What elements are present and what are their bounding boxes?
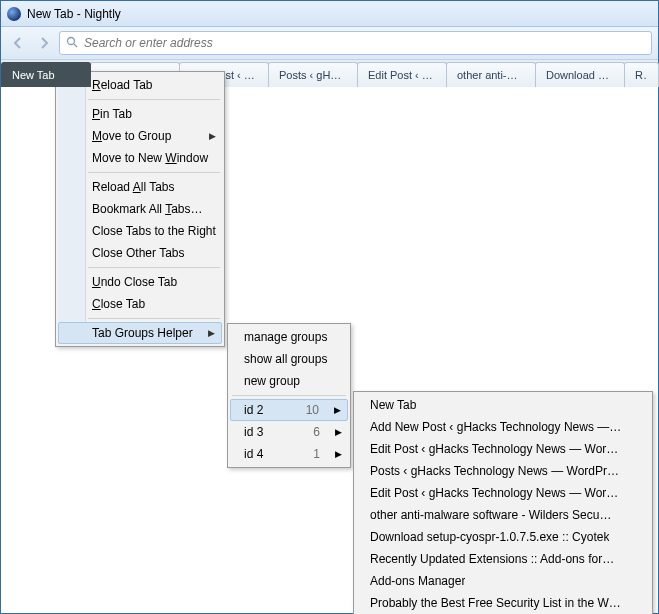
menu-bookmark-all[interactable]: Bookmark All Tabs… xyxy=(58,198,222,220)
menu-close-other[interactable]: Close Other Tabs xyxy=(58,242,222,264)
submenu-group-id4[interactable]: id 41▶ xyxy=(230,443,348,465)
chevron-right-icon: ▶ xyxy=(209,131,216,141)
submenu-group-id2[interactable]: id 210▶ xyxy=(230,399,348,421)
group-tab-item[interactable]: Edit Post ‹ gHacks Technology News — Wor… xyxy=(356,438,650,460)
group-tab-item[interactable]: Add New Post ‹ gHacks Technology News —… xyxy=(356,416,650,438)
search-icon xyxy=(66,36,78,51)
arrow-right-icon xyxy=(37,36,51,50)
nav-toolbar xyxy=(1,27,658,60)
menu-pin-tab[interactable]: Pin Tab xyxy=(58,103,222,125)
helper-submenu: manage groups show all groups new group … xyxy=(227,323,351,468)
menu-undo-close[interactable]: Undo Close Tab xyxy=(58,271,222,293)
menu-separator xyxy=(88,318,220,319)
submenu-group-id3[interactable]: id 36▶ xyxy=(230,421,348,443)
menu-tab-groups-helper[interactable]: Tab Groups Helper▶ xyxy=(58,322,222,344)
group-tabs-submenu: New Tab Add New Post ‹ gHacks Technology… xyxy=(353,391,653,614)
menu-separator xyxy=(88,99,220,100)
menu-close-tab[interactable]: Close Tab xyxy=(58,293,222,315)
svg-point-0 xyxy=(68,37,75,44)
chevron-right-icon: ▶ xyxy=(335,449,342,459)
group-tab-item[interactable]: Recently Updated Extensions :: Add-ons f… xyxy=(356,548,650,570)
tab-context-menu: Reload Tab Pin Tab Move to Group▶ Move t… xyxy=(55,71,225,347)
titlebar: New Tab - Nightly xyxy=(1,1,658,27)
menu-close-right[interactable]: Close Tabs to the Right xyxy=(58,220,222,242)
tab[interactable]: other anti-… xyxy=(446,62,536,87)
tab[interactable]: Re xyxy=(624,62,659,87)
submenu-show-all-groups[interactable]: show all groups xyxy=(230,348,348,370)
submenu-manage-groups[interactable]: manage groups xyxy=(230,326,348,348)
address-input[interactable] xyxy=(84,36,645,50)
group-tab-item[interactable]: Download setup-cyospr-1.0.7.5.exe :: Cyo… xyxy=(356,526,650,548)
submenu-new-group[interactable]: new group xyxy=(230,370,348,392)
tab-new[interactable]: New Tab xyxy=(1,62,91,87)
arrow-left-icon xyxy=(11,36,25,50)
window-title: New Tab - Nightly xyxy=(27,7,121,21)
chevron-right-icon: ▶ xyxy=(334,405,341,415)
group-tab-item[interactable]: Posts ‹ gHacks Technology News — WordPr… xyxy=(356,460,650,482)
menu-separator xyxy=(88,172,220,173)
menu-move-to-window[interactable]: Move to New Window xyxy=(58,147,222,169)
group-tab-item[interactable]: Add-ons Manager xyxy=(356,570,650,592)
tab[interactable]: Edit Post ‹ g… xyxy=(357,62,447,87)
address-bar[interactable] xyxy=(59,31,652,55)
group-tab-item[interactable]: Probably the Best Free Security List in … xyxy=(356,592,650,614)
app-icon xyxy=(7,7,21,21)
back-button[interactable] xyxy=(7,32,29,54)
group-tab-item[interactable]: other anti-malware software - Wilders Se… xyxy=(356,504,650,526)
tab[interactable]: Posts ‹ gHa… xyxy=(268,62,358,87)
group-tab-item[interactable]: Edit Post ‹ gHacks Technology News — Wor… xyxy=(356,482,650,504)
menu-reload-all[interactable]: Reload All Tabs xyxy=(58,176,222,198)
content-area: Reload Tab Pin Tab Move to Group▶ Move t… xyxy=(1,87,658,613)
tab[interactable]: Download s… xyxy=(535,62,625,87)
chevron-right-icon: ▶ xyxy=(335,427,342,437)
chevron-right-icon: ▶ xyxy=(208,328,215,338)
svg-line-1 xyxy=(74,44,77,47)
menu-separator xyxy=(88,267,220,268)
menu-separator xyxy=(232,395,346,396)
group-tab-item[interactable]: New Tab xyxy=(356,394,650,416)
forward-button[interactable] xyxy=(33,32,55,54)
menu-move-to-group[interactable]: Move to Group▶ xyxy=(58,125,222,147)
